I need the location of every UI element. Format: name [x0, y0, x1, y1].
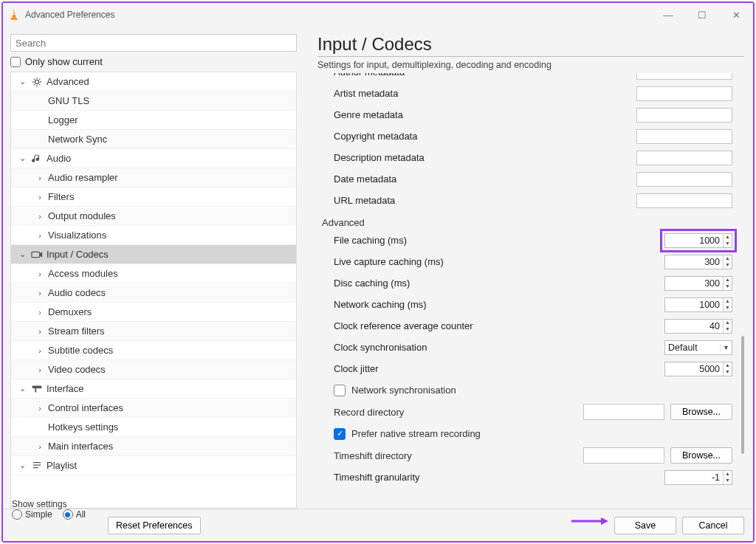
spin-input[interactable]: 300▲▼ [664, 255, 732, 269]
tree-item-output-modules[interactable]: ›Output modules [11, 207, 296, 226]
tree-item-playlist[interactable]: ⌄Playlist [11, 456, 296, 475]
tree-item-hotkeys-settings[interactable]: Hotkeys settings [11, 418, 296, 437]
page-title: Input / Codecs [317, 34, 744, 55]
search-input[interactable] [10, 34, 297, 52]
meta-input[interactable] [636, 108, 732, 123]
tree-item-access-modules[interactable]: ›Access modules [11, 264, 296, 283]
minimize-button[interactable]: — [651, 3, 685, 27]
tree-item-interface[interactable]: ⌄Interface [11, 379, 296, 399]
spin-input[interactable]: -1▲▼ [664, 470, 732, 485]
spin-up-icon[interactable]: ▲ [724, 362, 732, 369]
spin-down-icon[interactable]: ▼ [724, 241, 732, 247]
advanced-preferences-window: Advanced Preferences — ☐ ✕ Only show cur… [1, 1, 755, 543]
adv-file-caching-ms-: File caching (ms)1000▲▼ [320, 230, 732, 251]
spin-arrows[interactable]: ▲▼ [723, 255, 732, 269]
maximize-button[interactable]: ☐ [685, 3, 719, 27]
meta-input[interactable] [636, 193, 732, 208]
spin-arrows[interactable]: ▲▼ [723, 298, 732, 311]
spin-input[interactable]: 5000▲▼ [664, 362, 732, 376]
tree-item-label: Output modules [48, 210, 296, 221]
spin-input[interactable]: 1000▲▼ [664, 297, 732, 312]
tree-item-label: Logger [48, 114, 296, 125]
meta-input[interactable] [636, 86, 732, 101]
close-button[interactable]: ✕ [719, 3, 753, 27]
tree-item-audio-codecs[interactable]: ›Audio codecs [11, 283, 296, 303]
tree-item-stream-filters[interactable]: ›Stream filters [11, 322, 296, 341]
settings-scrollbar[interactable] [741, 73, 744, 509]
spin-down-icon[interactable]: ▼ [724, 369, 732, 376]
spin-arrows[interactable]: ▲▼ [723, 277, 732, 290]
chevron-icon: › [35, 269, 45, 278]
spin-down-icon[interactable]: ▼ [724, 262, 732, 269]
tree-item-advanced[interactable]: ⌄Advanced [11, 72, 296, 92]
browse-button[interactable]: Browse... [670, 447, 732, 464]
tree-item-filters[interactable]: ›Filters [11, 187, 296, 207]
prefer-native-checkbox[interactable]: ✓Prefer native stream recording [320, 423, 732, 444]
adv-clock-reference-average-counter: Clock reference average counter40▲▼ [320, 315, 732, 337]
network-sync-checkbox[interactable]: Network synchronisation [320, 379, 732, 401]
spin-up-icon[interactable]: ▲ [724, 298, 732, 305]
tree-item-network-sync[interactable]: Network Sync [11, 130, 296, 149]
tree-item-control-interfaces[interactable]: ›Control interfaces [11, 399, 296, 418]
show-all-radio[interactable]: All [63, 509, 86, 520]
meta-input[interactable] [636, 172, 732, 187]
spin-up-icon[interactable]: ▲ [724, 234, 732, 241]
tree-item-input-codecs[interactable]: ⌄Input / Codecs [11, 245, 296, 264]
checkbox-icon[interactable] [334, 385, 346, 396]
tree-item-visualizations[interactable]: ›Visualizations [11, 226, 296, 245]
category-tree: ⌄AdvancedGNU TLSLoggerNetwork Sync⌄Audio… [10, 72, 297, 509]
meta-input[interactable] [636, 73, 732, 80]
tree-item-logger[interactable]: Logger [11, 111, 296, 130]
show-simple-radio[interactable]: Simple [12, 509, 52, 520]
spin-down-icon[interactable]: ▼ [724, 478, 732, 484]
spin-down-icon[interactable]: ▼ [724, 305, 732, 311]
tree-item-label: Audio codecs [48, 287, 296, 298]
spin-arrows[interactable]: ▲▼ [723, 362, 732, 376]
spin-up-icon[interactable]: ▲ [724, 255, 732, 262]
tree-item-audio[interactable]: ⌄Audio [11, 149, 296, 168]
spin-input[interactable]: 1000▲▼ [664, 233, 732, 248]
spin-down-icon[interactable]: ▼ [724, 326, 732, 333]
content-area: Only show current ⌄AdvancedGNU TLSLogger… [3, 27, 753, 509]
svg-point-3 [35, 80, 38, 83]
tree-item-audio-resampler[interactable]: ›Audio resampler [11, 168, 296, 187]
tree-item-gnu-tls[interactable]: GNU TLS [11, 92, 296, 111]
spin-up-icon[interactable]: ▲ [724, 277, 732, 283]
spin-up-icon[interactable]: ▲ [724, 471, 732, 478]
svg-rect-0 [11, 18, 18, 20]
combo-input[interactable]: Default▼ [664, 340, 732, 355]
path-input[interactable] [583, 447, 664, 464]
tree-item-subtitle-codecs[interactable]: ›Subtitle codecs [11, 341, 296, 360]
reset-preferences-button[interactable]: Reset Preferences [108, 517, 201, 534]
only-show-label: Only show current [25, 56, 103, 67]
checkbox-checked-icon[interactable]: ✓ [334, 428, 346, 440]
chevron-icon: › [35, 365, 45, 374]
only-show-current-box[interactable] [10, 57, 21, 67]
scrollbar-thumb[interactable] [741, 336, 744, 454]
only-show-current-checkbox[interactable]: Only show current [10, 56, 297, 67]
save-button[interactable]: Save [614, 517, 676, 534]
spin-arrows[interactable]: ▲▼ [723, 471, 732, 484]
spin-input[interactable]: 40▲▼ [664, 319, 732, 334]
spin-arrows[interactable]: ▲▼ [723, 320, 732, 333]
meta-input[interactable] [636, 129, 732, 144]
tree-item-main-interfaces[interactable]: ›Main interfaces [11, 437, 296, 456]
setting-label: Clock reference average counter [334, 320, 664, 331]
tree-scroll[interactable]: ⌄AdvancedGNU TLSLoggerNetwork Sync⌄Audio… [11, 72, 296, 508]
path-input[interactable] [583, 404, 664, 420]
cancel-button[interactable]: Cancel [682, 517, 744, 534]
setting-label: Timeshift granularity [334, 472, 664, 483]
tree-item-label: Access modules [48, 268, 296, 279]
spin-arrows[interactable]: ▲▼ [723, 234, 732, 247]
settings-area: Author metadataArtist metadataGenre meta… [317, 73, 744, 509]
spin-down-icon[interactable]: ▼ [724, 283, 732, 290]
settings-scroll[interactable]: Author metadataArtist metadataGenre meta… [317, 73, 741, 509]
browse-button[interactable]: Browse... [670, 404, 732, 420]
meta-input[interactable] [636, 151, 732, 165]
meta-date-metadata: Date metadata [320, 168, 732, 190]
spin-input[interactable]: 300▲▼ [664, 276, 732, 291]
tree-item-demuxers[interactable]: ›Demuxers [11, 303, 296, 322]
tree-item-video-codecs[interactable]: ›Video codecs [11, 360, 296, 379]
spin-up-icon[interactable]: ▲ [724, 320, 732, 326]
tree-item-label: Subtitle codecs [48, 345, 296, 356]
